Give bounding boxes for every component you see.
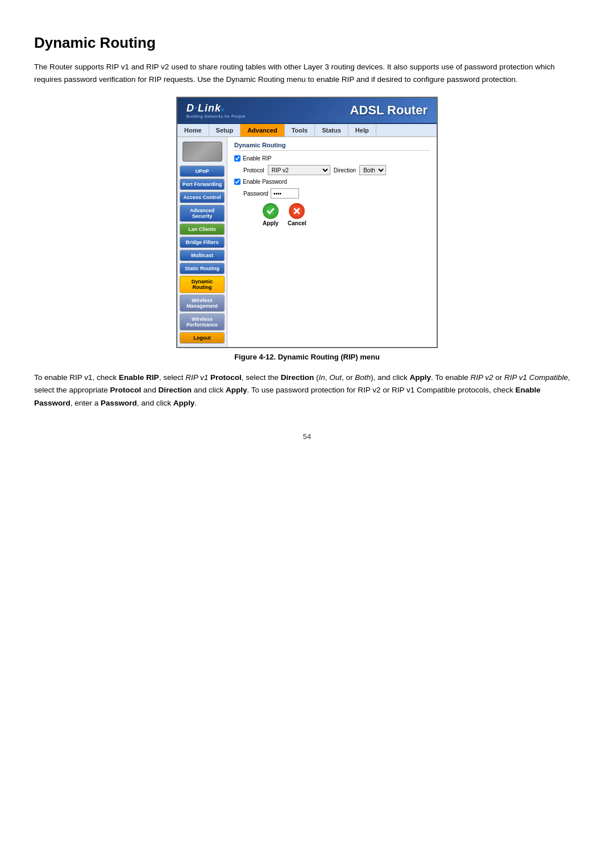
nav-home[interactable]: Home xyxy=(177,124,209,137)
nav-advanced[interactable]: Advanced xyxy=(240,124,285,137)
password-label: Password xyxy=(243,191,268,197)
page-title: Dynamic Routing xyxy=(34,34,580,52)
intro-paragraph: The Router supports RIP v1 and RIP v2 us… xyxy=(34,61,580,85)
nav-help[interactable]: Help xyxy=(349,124,376,137)
sidebar-item-multicast[interactable]: Multicast xyxy=(180,250,225,261)
router-main: Dynamic Routing Enable RIP Protocol RIP … xyxy=(227,137,437,347)
protocol-select[interactable]: RIP v1 RIP v2 RIP v1 Compatible xyxy=(268,165,330,175)
password-input[interactable] xyxy=(271,188,299,199)
router-body: UPnP Port Forwarding Access Control Adva… xyxy=(177,137,437,347)
direction-select[interactable]: In Out Both xyxy=(359,165,386,175)
sidebar-item-bridge-filters[interactable]: Bridge Filters xyxy=(180,237,225,248)
sidebar-item-access-control[interactable]: Access Control xyxy=(180,192,225,203)
adsl-title: ADSL Router xyxy=(350,103,428,118)
apply-label: Apply xyxy=(263,220,279,226)
dlink-logo-sub: Building Networks for People xyxy=(186,114,246,118)
enable-password-row: Enable Password xyxy=(234,179,430,185)
nav-setup[interactable]: Setup xyxy=(209,124,241,137)
router-sidebar: UPnP Port Forwarding Access Control Adva… xyxy=(177,137,227,347)
sidebar-item-static-routing[interactable]: Static Routing xyxy=(180,263,225,274)
enable-password-label[interactable]: Enable Password xyxy=(234,179,287,185)
router-header: D·Link® Building Networks for People ADS… xyxy=(177,98,437,123)
dlink-logo-main: D·Link® xyxy=(186,102,246,114)
sidebar-item-upnp[interactable]: UPnP xyxy=(180,166,225,177)
password-row: Password xyxy=(243,188,430,199)
cancel-button[interactable]: Cancel xyxy=(288,203,306,226)
protocol-label: Protocol xyxy=(243,167,264,173)
dlink-logo: D·Link® Building Networks for People xyxy=(186,102,246,118)
cancel-label: Cancel xyxy=(288,220,306,226)
sidebar-item-wireless-management[interactable]: Wireless Management xyxy=(180,295,225,312)
apply-button[interactable]: Apply xyxy=(263,203,279,226)
sidebar-item-dynamic-routing[interactable]: Dynamic Routing xyxy=(180,276,225,293)
enable-password-checkbox[interactable] xyxy=(234,179,240,185)
apply-icon xyxy=(263,203,279,219)
sidebar-item-logout[interactable]: Logout xyxy=(180,332,225,344)
sidebar-item-port-forwarding[interactable]: Port Forwarding xyxy=(180,179,225,190)
figure-caption: Figure 4-12. Dynamic Routing (RIP) menu xyxy=(34,353,580,361)
body-paragraph: To enable RIP v1, check Enable RIP, sele… xyxy=(34,371,580,410)
enable-rip-row: Enable RIP xyxy=(234,155,430,162)
enable-rip-label[interactable]: Enable RIP xyxy=(234,155,272,162)
page-number: 54 xyxy=(34,432,580,441)
nav-tools[interactable]: Tools xyxy=(285,124,316,137)
sidebar-item-wireless-performance[interactable]: Wireless Performance xyxy=(180,313,225,330)
action-row: Apply Cancel xyxy=(263,203,430,226)
router-ui-frame: D·Link® Building Networks for People ADS… xyxy=(176,97,438,348)
sidebar-item-advanced-security[interactable]: Advanced Security xyxy=(180,205,225,222)
nav-status[interactable]: Status xyxy=(315,124,349,137)
protocol-direction-row: Protocol RIP v1 RIP v2 RIP v1 Compatible… xyxy=(243,165,430,175)
router-nav: Home Setup Advanced Tools Status Help xyxy=(177,123,437,137)
section-title: Dynamic Routing xyxy=(234,142,430,151)
sidebar-item-lan-clients[interactable]: Lan Clients xyxy=(180,224,225,235)
enable-rip-checkbox[interactable] xyxy=(234,155,240,162)
direction-label: Direction xyxy=(334,167,356,173)
router-icon xyxy=(182,142,222,162)
cancel-icon xyxy=(289,203,305,219)
